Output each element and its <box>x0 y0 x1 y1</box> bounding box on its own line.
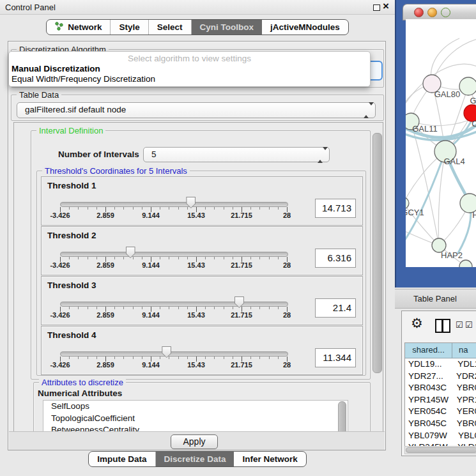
slider-tick <box>88 357 88 359</box>
column-header-shared-name[interactable]: shared... <box>405 343 452 358</box>
bottom-tabbar-wrap: Impute DataDiscretize DataInfer Network <box>0 451 395 467</box>
table-row[interactable]: YBR043CYBR0 <box>405 382 476 394</box>
threshold-slider[interactable]: -3.4262.8599.14415.4321.71528 <box>60 177 287 225</box>
slider-tick-label: 9.144 <box>132 311 170 319</box>
slider-tick-label: 21.715 <box>222 361 261 369</box>
numerical-attributes-list[interactable]: SelfLoopsTopologicalCoefficientBetweenne… <box>43 400 348 433</box>
network-node[interactable] <box>459 260 472 267</box>
tab-discretize-data[interactable]: Discretize Data <box>156 452 234 466</box>
slider-tick <box>178 257 179 259</box>
slider-tick <box>233 257 233 259</box>
slider-tick <box>214 307 215 309</box>
algorithm-option-equal-width[interactable]: Equal Width/Frequency Discretization <box>12 74 155 84</box>
top-tabbar-wrap: NetworkStyleSelectCyni ToolboxjActiveMNo… <box>0 19 395 35</box>
checkbox-icon[interactable]: ☑ <box>456 320 463 330</box>
slider-tick <box>133 357 134 359</box>
table-panel: ⚙ ☑ ☑ shared... na YDL19...YDL1YDR27...Y… <box>401 311 476 456</box>
close-traffic-light-icon[interactable] <box>414 8 424 17</box>
threshold-box-3: Threshold 3-3.4262.8599.14415.4321.71528… <box>41 276 363 325</box>
tab-impute-data[interactable]: Impute Data <box>89 452 155 466</box>
network-canvas[interactable]: GAL80GACGAL11GAL4GCY1HHAP2 <box>406 19 476 267</box>
cell-shared-name: YDL19... <box>405 358 454 371</box>
tab-label: Discretize Data <box>164 454 226 464</box>
slider-tick <box>178 307 179 309</box>
column-header-name[interactable]: na <box>452 343 476 358</box>
slider-tick-label: 2.859 <box>86 211 125 219</box>
zoom-traffic-light-icon[interactable] <box>441 8 450 17</box>
node-table-header[interactable]: shared... na <box>405 343 476 358</box>
network-node-label: GA <box>470 96 476 105</box>
tab-style[interactable]: Style <box>111 20 148 35</box>
slider-tick <box>114 207 115 210</box>
tab-select[interactable]: Select <box>149 20 192 35</box>
algorithm-option-manual[interactable]: Manual Discretization <box>12 64 100 73</box>
slider-tick-label: 15.43 <box>177 261 215 269</box>
network-node-label: GAL4 <box>443 157 464 166</box>
slider-tick <box>123 257 124 259</box>
threshold-value-field[interactable]: 11.344 <box>315 348 356 367</box>
attribute-list-item[interactable]: TopologicalCoefficient <box>43 413 348 425</box>
tab-label: Style <box>119 22 139 32</box>
network-node[interactable] <box>459 77 476 95</box>
spinner-arrows-icon[interactable] <box>318 150 323 160</box>
slider-tick-label: 15.43 <box>177 361 215 369</box>
slider-tick-label: 2.859 <box>86 311 125 319</box>
algorithm-placeholder-option[interactable]: Select algorithm to view settings <box>9 54 370 63</box>
threshold-slider[interactable]: -3.4262.8599.14415.4321.71528 <box>60 277 287 325</box>
minimize-traffic-light-icon[interactable] <box>427 8 437 17</box>
threshold-value-field[interactable]: 21.4 <box>315 298 356 318</box>
slider-tick <box>214 257 215 259</box>
tab-jactivemnodules[interactable]: jActiveMNodules <box>262 20 348 35</box>
attributes-list-scrollbar[interactable] <box>338 401 346 433</box>
settings-scrollbar[interactable] <box>372 133 382 373</box>
float-icon[interactable] <box>373 4 380 11</box>
slider-tick <box>78 307 79 309</box>
cell-name: YBR0 <box>454 382 476 394</box>
cell-name: YPR1 <box>454 394 476 406</box>
split-view-icon[interactable] <box>435 319 450 333</box>
slider-tick <box>250 307 251 309</box>
table-row[interactable]: YPR145WYPR1 <box>405 394 476 406</box>
slider-tick-label: 28 <box>268 261 306 269</box>
table-hscrollbar-thumb[interactable] <box>406 447 476 453</box>
number-of-intervals-value: 5 <box>151 150 157 159</box>
table-row[interactable]: YER054CYER0 <box>405 406 476 418</box>
network-edge[interactable] <box>432 38 476 84</box>
slider-tick <box>160 307 160 309</box>
slider-tick <box>259 357 260 359</box>
threshold-value-field[interactable]: 14.713 <box>315 199 356 218</box>
apply-button[interactable]: Apply <box>171 434 218 449</box>
threshold-slider[interactable]: -3.4262.8599.14415.4321.71528 <box>60 326 287 374</box>
network-node-label: H <box>472 210 476 220</box>
table-row[interactable]: YBR045CYBR0 <box>405 418 476 430</box>
slider-tick <box>88 207 88 210</box>
table-row[interactable]: YDL19...YDL1 <box>405 358 476 371</box>
slider-tick <box>69 207 70 210</box>
combo-arrows-icon[interactable] <box>364 105 369 115</box>
tab-cyni-toolbox[interactable]: Cyni Toolbox <box>192 20 263 35</box>
slider-tick <box>88 307 88 309</box>
slider-tick-label: 21.715 <box>222 211 261 219</box>
table-hscrollbar[interactable] <box>404 446 476 454</box>
thresholds-group: Threshold's Coordinates for 5 Intervals … <box>36 171 366 376</box>
number-of-intervals-spinner[interactable]: 5 <box>143 147 330 162</box>
attribute-list-item[interactable]: SelfLoops <box>43 401 348 413</box>
table-row[interactable]: YDR27...YDR2 <box>405 371 476 383</box>
table-data-combobox[interactable]: galFiltered.sif default node <box>17 102 376 118</box>
slider-tick <box>78 207 79 210</box>
threshold-value-field[interactable]: 6.316 <box>315 249 356 268</box>
thresholds-title: Threshold's Coordinates for 5 Intervals <box>42 166 190 176</box>
threshold-slider[interactable]: -3.4262.8599.14415.4321.71528 <box>60 227 287 275</box>
network-window-titlebar[interactable] <box>403 4 476 20</box>
checkbox-icon[interactable]: ☑ <box>465 320 473 330</box>
tab-infer-network[interactable]: Infer Network <box>234 452 305 466</box>
table-row[interactable]: YBL079WYBL0 <box>405 430 476 442</box>
gear-icon[interactable]: ⚙ <box>411 316 423 330</box>
tab-network[interactable]: Network <box>47 20 111 35</box>
slider-tick <box>88 257 88 259</box>
table-data-title: Table Data <box>17 90 61 100</box>
close-icon[interactable]: × <box>383 0 389 13</box>
slider-tick <box>187 207 188 210</box>
slider-tick <box>233 307 233 309</box>
slider-tick-label: 15.43 <box>177 211 215 219</box>
